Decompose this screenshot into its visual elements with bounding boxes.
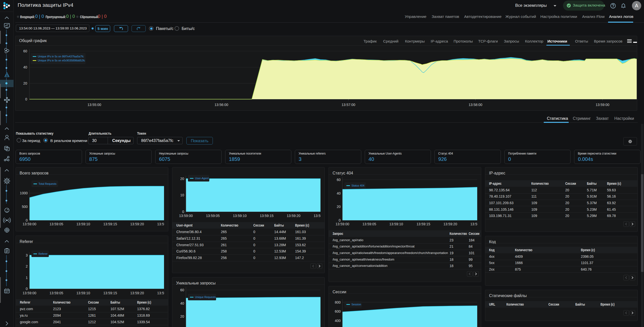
- svg-text:60: 60: [180, 288, 184, 292]
- svg-text:13:59:05: 13:59:05: [50, 291, 63, 295]
- svg-text:800: 800: [335, 300, 341, 304]
- svg-text:13:59:10: 13:59:10: [76, 291, 90, 295]
- svg-text:600: 600: [335, 309, 341, 313]
- svg-text:13:59:15: 13:59:15: [103, 291, 117, 295]
- svg-text:40: 40: [180, 301, 184, 305]
- svg-text:13:59:20: 13:59:20: [130, 291, 144, 295]
- svg-text:1: 1: [26, 276, 28, 280]
- svg-text:13:59:00: 13:59:00: [23, 291, 36, 295]
- svg-text:2: 2: [26, 264, 28, 268]
- svg-text:13:59:00: 13:59:00: [596, 103, 610, 107]
- svg-text:0: 0: [26, 287, 28, 291]
- svg-text:400: 400: [335, 319, 341, 323]
- svg-text:3: 3: [26, 253, 28, 257]
- svg-text:20: 20: [180, 314, 184, 318]
- svg-text:13:59:25: 13:59:25: [157, 291, 164, 295]
